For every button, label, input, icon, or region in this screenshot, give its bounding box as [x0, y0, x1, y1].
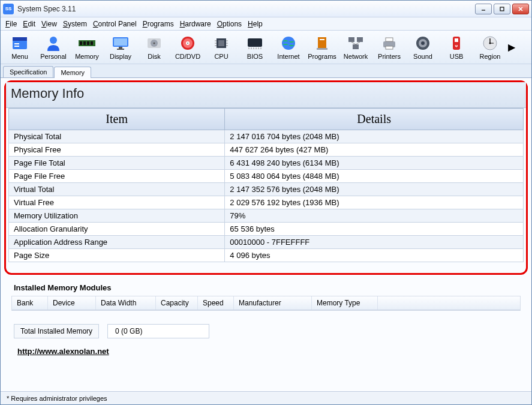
col-item: Item [9, 109, 225, 130]
cell-item: Page Size [9, 249, 225, 262]
col-memorytype[interactable]: Memory Type [312, 296, 378, 310]
close-button[interactable] [512, 4, 529, 14]
svg-rect-41 [318, 37, 326, 48]
website-link[interactable]: http://www.alexnolan.net [1, 344, 531, 364]
svg-rect-44 [348, 37, 354, 42]
col-details: Details [225, 109, 524, 130]
cell-item: Memory Utilization [9, 209, 225, 223]
memory-icon [77, 35, 97, 52]
toolbar-cddvd[interactable]: CD/DVD [171, 32, 205, 63]
cell-details: 447 627 264 bytes (427 MB) [225, 143, 524, 157]
svg-rect-13 [91, 41, 93, 45]
menu-system[interactable]: System [63, 20, 87, 28]
toolbar-menu[interactable]: Menu [3, 32, 37, 63]
cddvd-icon [178, 35, 197, 52]
svg-point-24 [187, 42, 188, 43]
toolbar-region[interactable]: Region [473, 32, 507, 63]
svg-rect-42 [317, 48, 327, 50]
toolbar-programs[interactable]: Programs [305, 32, 339, 63]
app-icon: SS [3, 4, 14, 14]
menu-controlpanel[interactable]: Control Panel [93, 20, 137, 28]
total-value: 0 (0 GB) [107, 324, 209, 338]
memory-info-table: Item Details Physical Total2 147 016 704… [8, 108, 524, 262]
internet-icon [279, 35, 298, 52]
toolbar-overflow-arrow[interactable]: ▶ [507, 41, 516, 53]
menu-hardware[interactable]: Hardware [180, 20, 211, 28]
svg-rect-45 [357, 37, 363, 42]
svg-rect-7 [14, 46, 19, 47]
menu-view[interactable]: View [41, 20, 57, 28]
toolbar-printers[interactable]: Printers [372, 32, 406, 63]
bios-icon [245, 35, 265, 52]
statusbar: * Requires administrator privileges [1, 391, 531, 404]
usb-icon: Ψ [447, 35, 466, 52]
network-icon [346, 35, 365, 52]
svg-rect-33 [248, 38, 262, 47]
svg-line-48 [356, 42, 360, 44]
cell-item: Physical Total [9, 130, 225, 143]
disk-icon [145, 35, 164, 52]
svg-rect-16 [119, 47, 122, 49]
toolbar-personal[interactable]: Personal [37, 32, 70, 63]
menu-help[interactable]: Help [248, 20, 263, 28]
svg-rect-10 [80, 41, 82, 45]
menu-programs[interactable]: Programs [143, 20, 174, 28]
cell-details: 79% [225, 209, 524, 223]
menu-options[interactable]: Options [217, 20, 242, 28]
cell-item: Page File Free [9, 170, 225, 183]
toolbar-memory[interactable]: Memory [70, 32, 104, 63]
svg-rect-50 [386, 38, 393, 41]
svg-rect-5 [13, 37, 27, 41]
menu-file[interactable]: File [5, 20, 17, 28]
toolbar-usb[interactable]: ΨUSB [440, 32, 473, 63]
panel-title: Memory Info [6, 82, 526, 108]
toolbar-disk[interactable]: Disk [137, 32, 171, 63]
tab-memory[interactable]: Memory [54, 67, 91, 78]
svg-text:Ψ: Ψ [455, 44, 458, 48]
col-capacity[interactable]: Capacity [156, 296, 198, 310]
toolbar: Menu Personal Memory Display Disk CD/DVD… [1, 31, 531, 64]
table-row: Memory Utilization79% [9, 209, 524, 223]
cell-details: 4 096 bytes [225, 249, 524, 262]
programs-icon [312, 35, 332, 52]
table-row: Page Size4 096 bytes [9, 249, 524, 262]
toolbar-display[interactable]: Display [104, 32, 137, 63]
table-row: Virtual Free2 029 576 192 bytes (1936 MB… [9, 196, 524, 209]
svg-point-61 [489, 42, 491, 44]
menu-edit[interactable]: Edit [23, 20, 35, 28]
toolbar-cpu[interactable]: CPU [205, 32, 238, 63]
table-row: Physical Free447 627 264 bytes (427 MB) [9, 143, 524, 157]
maximize-button[interactable] [494, 4, 510, 14]
col-manufacturer[interactable]: Manufacturer [234, 296, 312, 310]
status-text: * Requires administrator privileges [7, 395, 107, 402]
cell-details: 5 083 480 064 bytes (4848 MB) [225, 170, 524, 183]
region-icon [480, 35, 500, 52]
cpu-icon [212, 35, 231, 52]
toolbar-bios[interactable]: BIOS [238, 32, 272, 63]
svg-rect-11 [83, 41, 86, 45]
minimize-button[interactable] [475, 4, 492, 14]
cell-item: Page File Total [9, 157, 225, 170]
col-datawidth[interactable]: Data Width [96, 296, 156, 310]
col-bank[interactable]: Bank [12, 296, 48, 310]
display-icon [111, 35, 130, 52]
col-device[interactable]: Device [48, 296, 96, 310]
cell-details: 00010000 - 7FFEFFFF [225, 236, 524, 249]
toolbar-sound[interactable]: Sound [406, 32, 440, 63]
svg-rect-1 [500, 7, 504, 11]
svg-line-47 [351, 42, 356, 44]
col-speed[interactable]: Speed [198, 296, 234, 310]
printers-icon [380, 35, 399, 52]
cell-item: Virtual Total [9, 183, 225, 196]
table-row: Allocation Granularity65 536 bytes [9, 223, 524, 236]
svg-rect-56 [455, 38, 458, 42]
table-row: Virtual Total2 147 352 576 bytes (2048 M… [9, 183, 524, 196]
modules-table: Bank Device Data Width Capacity Speed Ma… [11, 296, 521, 311]
svg-rect-15 [114, 38, 127, 46]
tab-specification[interactable]: Specification [3, 66, 53, 77]
cell-item: Allocation Granularity [9, 223, 225, 236]
toolbar-internet[interactable]: Internet [272, 32, 305, 63]
toolbar-network[interactable]: Network [339, 32, 372, 63]
table-row: Page File Total6 431 498 240 bytes (6134… [9, 157, 524, 170]
titlebar: SS System Spec 3.11 [1, 1, 531, 17]
